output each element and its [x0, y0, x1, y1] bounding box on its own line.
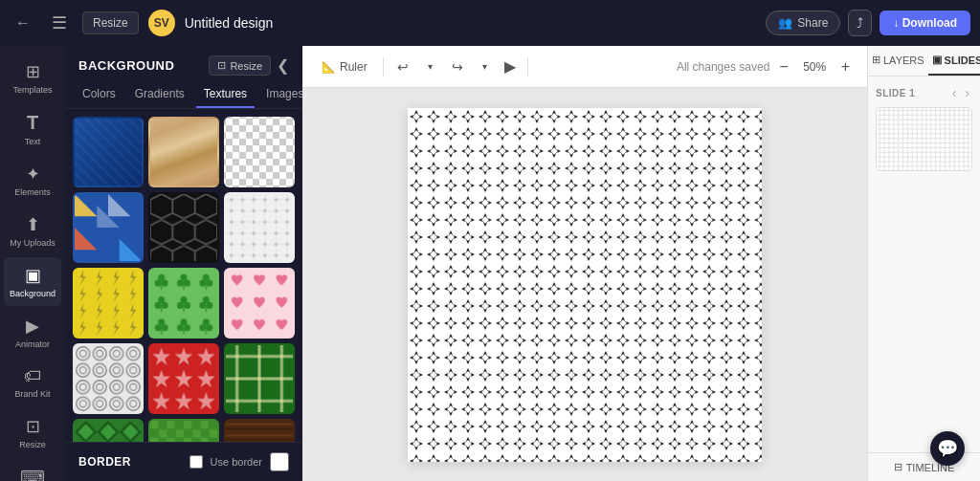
tab-gradients[interactable]: Gradients	[127, 81, 192, 108]
undo-dropdown-button[interactable]: ▾	[422, 57, 438, 76]
sidebar-item-label: Resize	[19, 440, 46, 449]
texture-dot-grid[interactable]	[224, 192, 295, 263]
texture-hearts[interactable]	[224, 268, 295, 339]
toolbar: 📐 Ruler ↩ ▾ ↪ ▾ ▶ All changes saved − 50…	[302, 46, 867, 88]
tab-layers[interactable]: ⊞ LAYERS	[868, 46, 928, 76]
svg-rect-21	[75, 345, 142, 412]
share-arrow-icon: ⤴	[857, 15, 863, 31]
use-border-label: Use border	[211, 456, 262, 468]
texture-clovers[interactable]	[148, 268, 219, 339]
slide-panel: SLIDE 1 ‹ ›	[868, 77, 980, 452]
texture-blue-triangle[interactable]	[73, 192, 144, 263]
tab-textures[interactable]: Textures	[196, 81, 255, 108]
sidebar-item-uploads[interactable]: ⬆ My Uploads	[4, 207, 61, 255]
undo-button[interactable]: ↩	[391, 55, 414, 78]
texture-yellow-lightning[interactable]	[73, 268, 144, 339]
sidebar-item-resize[interactable]: ⊡ Resize	[4, 408, 61, 457]
sidebar-item-label: Templates	[12, 85, 52, 95]
panel-tabs: Colors Gradients Textures Images	[65, 81, 302, 109]
texture-hexagon[interactable]	[148, 192, 219, 263]
slide-navigation: ‹ ›	[949, 84, 972, 101]
slide-label: SLIDE 1 ‹ ›	[876, 84, 972, 101]
sidebar-item-brand[interactable]: 🏷 Brand Kit	[4, 359, 61, 406]
resize-icon: ⊡	[26, 416, 40, 437]
chat-icon: 💬	[937, 438, 958, 459]
texture-circles[interactable]	[73, 343, 144, 414]
texture-plaid[interactable]	[224, 343, 295, 414]
layers-icon: ⊞	[872, 54, 880, 66]
svg-rect-40	[226, 421, 293, 442]
sidebar-item-shortcuts[interactable]: ⌨ Shortcuts	[4, 459, 61, 481]
texture-blue-abstract[interactable]	[73, 117, 144, 187]
texture-wood-light[interactable]	[148, 117, 219, 187]
sidebar-item-elements[interactable]: ✦ Elements	[4, 156, 61, 205]
zoom-out-button[interactable]: −	[773, 56, 793, 77]
slide-next-button[interactable]: ›	[962, 84, 972, 101]
panel-resize-button[interactable]: ⊡ Resize	[209, 55, 271, 76]
panel-collapse-button[interactable]: ❮	[277, 56, 289, 75]
svg-marker-1	[108, 194, 130, 216]
texture-grid	[73, 117, 295, 442]
right-panel-tabs: ⊞ LAYERS ▣ SLIDES	[868, 46, 980, 77]
svg-rect-42	[408, 108, 762, 462]
share-link-button[interactable]: ⤴	[848, 10, 872, 36]
top-resize-button[interactable]: Resize	[82, 11, 139, 34]
share-people-icon: 👥	[778, 16, 792, 30]
svg-marker-3	[120, 239, 142, 261]
autosave-status: All changes saved	[677, 60, 769, 74]
download-button[interactable]: ↓ Download	[880, 11, 970, 35]
sidebar-item-label: Brand Kit	[14, 389, 50, 399]
chat-bubble-button[interactable]: 💬	[930, 431, 965, 466]
texture-checker[interactable]	[224, 117, 295, 187]
menu-button[interactable]: ☰	[46, 9, 73, 37]
sidebar-item-background[interactable]: ▣ Background	[4, 257, 61, 306]
animator-icon: ▶	[26, 316, 39, 337]
icon-sidebar: ⊞ Templates T Text ✦ Elements ⬆ My Uploa…	[0, 46, 65, 481]
elements-icon: ✦	[26, 164, 40, 185]
slide-thumbnail[interactable]	[876, 107, 972, 171]
tab-colors[interactable]: Colors	[75, 81, 123, 108]
texture-christmas[interactable]	[148, 343, 219, 414]
sidebar-item-label: My Uploads	[10, 238, 56, 248]
border-color-picker[interactable]	[270, 452, 289, 471]
texture-green-plaid[interactable]	[148, 419, 219, 442]
canvas-area[interactable]	[302, 88, 867, 481]
slide-prev-button[interactable]: ‹	[949, 84, 960, 101]
border-title: BORDER	[78, 455, 182, 469]
svg-rect-36	[150, 421, 217, 442]
ruler-button[interactable]: 📐 Ruler	[314, 56, 375, 77]
canvas-pattern	[408, 108, 762, 462]
design-canvas[interactable]	[408, 108, 762, 462]
sidebar-item-animator[interactable]: ▶ Animator	[4, 308, 61, 357]
texture-dark-wood[interactable]	[224, 419, 295, 442]
svg-rect-23	[150, 345, 217, 412]
border-section: BORDER Use border	[65, 442, 302, 481]
zoom-in-button[interactable]: +	[835, 56, 856, 77]
use-border-checkbox[interactable]	[189, 455, 203, 469]
play-button[interactable]: ▶	[501, 54, 520, 79]
texture-argyle[interactable]	[73, 419, 144, 442]
share-button[interactable]: 👥 Share	[766, 11, 840, 35]
timeline-button[interactable]: ⊟ TIMELINE	[868, 452, 980, 481]
svg-rect-10	[226, 194, 293, 261]
sidebar-item-label: Text	[25, 137, 41, 146]
background-panel: BACKGROUND ⊡ Resize ❮ Colors Gradients T…	[65, 46, 302, 481]
slide-thumbnail-preview	[877, 108, 971, 170]
avatar: SV	[148, 10, 175, 36]
sidebar-item-label: Background	[10, 289, 56, 298]
panel-title: BACKGROUND	[78, 58, 174, 73]
svg-rect-12	[75, 270, 142, 337]
zoom-controls: All changes saved − 50% +	[677, 56, 856, 77]
redo-button[interactable]: ↪	[446, 55, 469, 78]
sidebar-item-text[interactable]: T Text	[4, 104, 61, 154]
redo-dropdown-button[interactable]: ▾	[477, 57, 493, 76]
sidebar-item-templates[interactable]: ⊞ Templates	[4, 54, 61, 102]
tab-images[interactable]: Images	[258, 81, 302, 108]
tab-slides[interactable]: ▣ SLIDES	[928, 46, 980, 76]
slides-icon: ▣	[932, 54, 942, 66]
zoom-value: 50%	[798, 60, 832, 74]
svg-rect-29	[226, 345, 293, 412]
svg-rect-6	[150, 194, 217, 261]
back-button[interactable]: ←	[10, 11, 36, 35]
toolbar-separator-2	[527, 57, 528, 77]
